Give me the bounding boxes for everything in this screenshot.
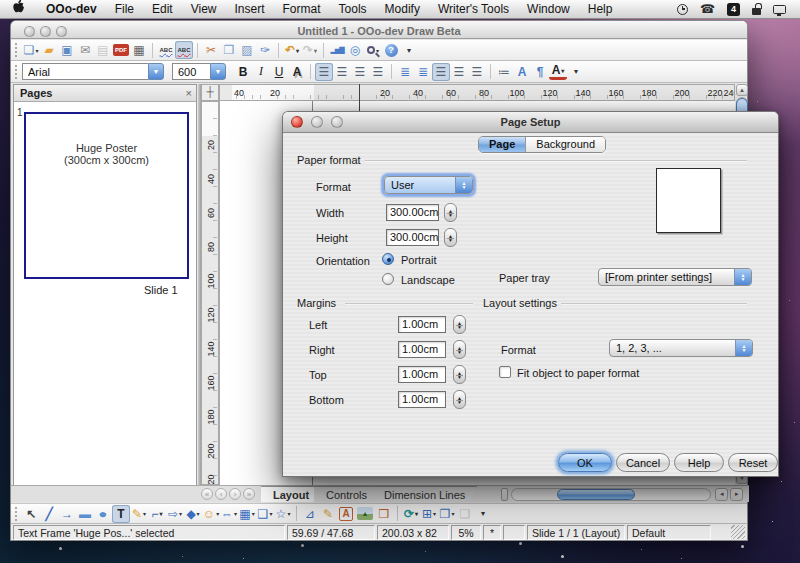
block-arrow-icon[interactable]: ⇨▾	[166, 505, 184, 523]
landscape-radio[interactable]	[382, 273, 394, 285]
margin-top-field[interactable]: 1.00cm	[398, 366, 446, 383]
line-spacing-1-icon[interactable]: ☰	[432, 63, 450, 81]
menu-edit[interactable]: Edit	[143, 0, 182, 19]
ok-button[interactable]: OK	[558, 453, 612, 472]
align-left-icon[interactable]: ☰	[315, 63, 333, 81]
basic-shapes-icon[interactable]: ◆▾	[184, 505, 202, 523]
font-shadow-icon[interactable]: A	[288, 63, 306, 81]
window-resize-grip[interactable]	[731, 525, 745, 539]
toolbar-overflow-icon[interactable]: ▾	[474, 505, 492, 523]
help-button[interactable]: Help	[674, 453, 724, 472]
scroll-up-icon[interactable]: ▴	[736, 84, 748, 96]
first-page-icon[interactable]: «	[201, 488, 213, 500]
portrait-radio[interactable]	[382, 253, 394, 265]
menu-tools[interactable]: Tools	[330, 0, 376, 19]
tab-layout[interactable]: Layout	[261, 486, 321, 502]
character-dialog-icon[interactable]: A	[513, 63, 531, 81]
time-machine-icon[interactable]	[677, 4, 688, 15]
spacing-decrease-icon[interactable]: ≣	[414, 63, 432, 81]
text-tool-icon[interactable]: T	[112, 505, 130, 523]
window-title-bar[interactable]: Untitled 1 - OOo-dev Draw Beta	[11, 21, 747, 39]
align-right-icon[interactable]: ☰	[351, 63, 369, 81]
scroll-left-icon[interactable]: ◂	[715, 488, 728, 501]
tab-dimension-lines[interactable]: Dimension Lines	[372, 486, 477, 502]
menu-modify[interactable]: Modify	[376, 0, 429, 19]
menu-view[interactable]: View	[182, 0, 226, 19]
menu-writers-tools[interactable]: Writer's Tools	[429, 0, 518, 19]
zoom-level[interactable]: 5%	[451, 525, 481, 540]
keyboard-input-icon[interactable]: 4	[727, 3, 740, 16]
line-icon[interactable]: ╱	[40, 505, 58, 523]
menu-help[interactable]: Help	[579, 0, 622, 19]
height-field[interactable]: 300.00cm	[386, 229, 439, 246]
font-name-combo[interactable]: Arial ▼	[22, 63, 164, 80]
insert-chart-icon[interactable]: ▂▅▇	[328, 41, 346, 59]
margin-left-field[interactable]: 1.00cm	[398, 316, 446, 333]
menu-ooo-dev[interactable]: OOo-dev	[37, 0, 106, 19]
cursor-position[interactable]: 59.69 / 47.68	[287, 525, 375, 540]
margin-bottom-stepper[interactable]: ▲▼	[453, 390, 466, 409]
toolbar-overflow-icon[interactable]: ▾	[400, 41, 418, 59]
help-icon[interactable]: ?	[382, 41, 400, 59]
slide-thumbnail[interactable]: Huge Poster (300cm x 300cm)	[24, 112, 189, 279]
italic-icon[interactable]: I	[252, 63, 270, 81]
arrow-shapes-icon[interactable]: ⇔▾	[220, 505, 238, 523]
flowchart-icon[interactable]: ▦▾	[238, 505, 256, 523]
send-email-icon[interactable]: ✉	[76, 41, 94, 59]
curve-icon[interactable]: ✎▾	[130, 505, 148, 523]
shadow-toggle-icon[interactable]: ❏	[456, 505, 474, 523]
stars-icon[interactable]: ☆▾	[274, 505, 292, 523]
zoom-icon[interactable]: ▾	[364, 41, 382, 59]
fit-object-checkbox[interactable]	[499, 366, 511, 378]
font-color-icon[interactable]: A▾	[549, 64, 567, 80]
auto-spellcheck-icon[interactable]: ABC	[175, 41, 193, 59]
fontwork-icon[interactable]: A	[339, 507, 353, 521]
insert-picture-icon[interactable]: ▴	[357, 507, 373, 520]
minimize-window-button[interactable]	[40, 26, 51, 37]
close-panel-icon[interactable]: ×	[186, 85, 192, 102]
bullets-icon[interactable]: ≔	[495, 63, 513, 81]
width-field[interactable]: 300.00cm	[386, 204, 439, 221]
menu-window[interactable]: Window	[518, 0, 579, 19]
slide-indicator[interactable]: Slide 1 / 1 (Layout)	[527, 525, 625, 540]
minimize-dialog-button[interactable]	[311, 116, 323, 128]
toolbar-drag-handle[interactable]	[15, 507, 18, 521]
apple-menu[interactable]	[0, 0, 37, 20]
cancel-button[interactable]: Cancel	[616, 453, 670, 472]
line-spacing-2-icon[interactable]: ☰	[468, 63, 486, 81]
tab-background[interactable]: Background	[525, 137, 605, 152]
pane-splitter-handle[interactable]	[501, 488, 508, 501]
toolbar-drag-handle[interactable]	[15, 65, 18, 79]
line-arrow-icon[interactable]: →	[58, 505, 76, 523]
select-icon[interactable]: ↖	[22, 505, 40, 523]
previous-page-icon[interactable]: ‹	[215, 488, 227, 500]
margin-right-field[interactable]: 1.00cm	[398, 341, 446, 358]
callouts-icon[interactable]: ❑▾	[256, 505, 274, 523]
zoom-dialog-button[interactable]	[331, 116, 343, 128]
menu-file[interactable]: File	[106, 0, 143, 19]
margin-left-stepper[interactable]: ▲▼	[453, 315, 466, 334]
font-size-dropdown-icon[interactable]: ▼	[210, 63, 226, 80]
bold-icon[interactable]: B	[234, 63, 252, 81]
gall ery-icon[interactable]: ❒	[375, 505, 393, 523]
zoom-window-button[interactable]	[56, 26, 67, 37]
scroll-right-icon[interactable]: ▸	[730, 488, 743, 501]
font-name-dropdown-icon[interactable]: ▼	[148, 63, 164, 80]
rotate-3d-icon[interactable]: ⟳▾	[402, 505, 420, 523]
glue-points-icon[interactable]: ✎	[319, 505, 337, 523]
next-page-icon[interactable]: ›	[229, 488, 241, 500]
phone-icon[interactable]: ☎	[700, 3, 715, 15]
align-objects-icon[interactable]: ⊞▾	[420, 505, 438, 523]
dialog-title-bar[interactable]: Page Setup	[283, 112, 778, 133]
layout-format-select[interactable]: 1, 2, 3, ... ▲▼	[609, 339, 753, 357]
horizontal-scrollbar[interactable]	[511, 488, 711, 501]
line-spacing-15-icon[interactable]: ☰	[450, 63, 468, 81]
margin-right-stepper[interactable]: ▲▼	[453, 340, 466, 359]
paragraph-dialog-icon[interactable]: ¶	[531, 63, 549, 81]
height-stepper[interactable]: ▲▼	[444, 228, 457, 247]
print-icon[interactable]: ▦	[130, 41, 148, 59]
font-name-value[interactable]: Arial	[22, 63, 148, 80]
tab-page[interactable]: Page	[479, 137, 525, 152]
clone-formatting-icon[interactable]: ✑	[256, 41, 274, 59]
undo-icon[interactable]: ↶▾	[283, 41, 301, 59]
